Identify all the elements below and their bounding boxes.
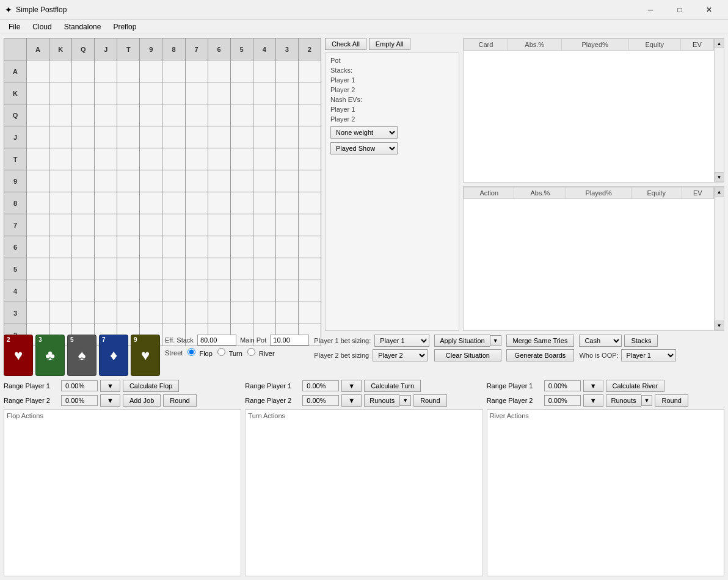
matrix-cell-J6[interactable] (208, 126, 230, 148)
matrix-cell-59[interactable] (140, 258, 162, 280)
matrix-cell-32[interactable] (298, 302, 321, 324)
matrix-cell-4J[interactable] (95, 280, 117, 302)
action-scrollbar-up-icon[interactable]: ▲ (715, 187, 724, 197)
flop-radio[interactable] (187, 348, 195, 356)
matrix-cell-4K[interactable] (49, 280, 72, 302)
scrollbar-up-icon[interactable]: ▲ (715, 38, 724, 48)
river-range-p2-input[interactable] (544, 395, 581, 406)
matrix-cell-5J[interactable] (95, 258, 117, 280)
matrix-cell-84[interactable] (253, 192, 275, 214)
matrix-cell-6K[interactable] (49, 236, 72, 258)
matrix-cell-67[interactable] (185, 236, 208, 258)
matrix-cell-92[interactable] (298, 170, 321, 192)
matrix-cell-6J[interactable] (95, 236, 117, 258)
maximize-button[interactable]: □ (666, 0, 694, 20)
cash-select[interactable]: Cash Tournament (579, 335, 622, 347)
matrix-cell-TQ[interactable] (72, 148, 95, 170)
matrix-cell-5T[interactable] (117, 258, 140, 280)
matrix-cell-Q6[interactable] (208, 104, 230, 126)
matrix-cell-J3[interactable] (275, 126, 298, 148)
matrix-cell-8J[interactable] (95, 192, 117, 214)
matrix-cell-7A[interactable] (27, 214, 49, 236)
river-radio[interactable] (247, 348, 255, 356)
matrix-cell-Q4[interactable] (253, 104, 275, 126)
matrix-cell-4T[interactable] (117, 280, 140, 302)
card-3c[interactable]: 3 ♣ (35, 335, 65, 376)
matrix-cell-74[interactable] (253, 214, 275, 236)
matrix-cell-JQ[interactable] (72, 126, 95, 148)
matrix-cell-55[interactable] (230, 258, 253, 280)
menu-standalone[interactable]: Standalone (58, 21, 107, 32)
flop-round-button[interactable]: Round (163, 394, 196, 407)
matrix-cell-T3[interactable] (275, 148, 298, 170)
matrix-cell-J5[interactable] (230, 126, 253, 148)
matrix-cell-QQ[interactable] (72, 104, 95, 126)
matrix-cell-T4[interactable] (253, 148, 275, 170)
card-7d[interactable]: 7 ♦ (99, 335, 128, 376)
matrix-cell-KK[interactable] (49, 82, 72, 104)
matrix-cell-3K[interactable] (49, 302, 72, 324)
matrix-cell-8K[interactable] (49, 192, 72, 214)
river-range-p1-input[interactable] (544, 380, 581, 391)
flop-range-p2-dropdown[interactable]: ▼ (100, 394, 120, 407)
river-runouts-button[interactable]: Runouts (606, 394, 641, 407)
matrix-cell-6A[interactable] (27, 236, 49, 258)
matrix-cell-42[interactable] (298, 280, 321, 302)
matrix-cell-9A[interactable] (27, 170, 49, 192)
matrix-cell-5Q[interactable] (72, 258, 95, 280)
matrix-cell-A5[interactable] (230, 60, 253, 82)
matrix-cell-38[interactable] (162, 302, 185, 324)
matrix-cell-KA[interactable] (27, 82, 49, 104)
matrix-cell-77[interactable] (185, 214, 208, 236)
calculate-flop-button[interactable]: Calculate Flop (123, 380, 179, 392)
p2-sizing-select[interactable]: Player 2 Player 1 (373, 349, 428, 361)
matrix-cell-4Q[interactable] (72, 280, 95, 302)
card-2h[interactable]: 2 ♥ (4, 335, 33, 376)
matrix-cell-Q7[interactable] (185, 104, 208, 126)
matrix-cell-3Q[interactable] (72, 302, 95, 324)
scrollbar-down-icon[interactable]: ▼ (715, 172, 724, 182)
matrix-cell-97[interactable] (185, 170, 208, 192)
matrix-cell-89[interactable] (140, 192, 162, 214)
matrix-cell-J8[interactable] (162, 126, 185, 148)
river-range-p1-dropdown[interactable]: ▼ (583, 380, 603, 392)
matrix-cell-A9[interactable] (140, 60, 162, 82)
matrix-cell-9J[interactable] (95, 170, 117, 192)
p1-sizing-select[interactable]: Player 1 Player 2 (374, 335, 429, 347)
matrix-cell-JA[interactable] (27, 126, 49, 148)
matrix-cell-JK[interactable] (49, 126, 72, 148)
matrix-cell-72[interactable] (298, 214, 321, 236)
matrix-cell-QJ[interactable] (95, 104, 117, 126)
add-job-button[interactable]: Add Job (123, 394, 161, 407)
matrix-cell-63[interactable] (275, 236, 298, 258)
matrix-cell-QA[interactable] (27, 104, 49, 126)
turn-radio[interactable] (217, 348, 225, 356)
matrix-cell-66[interactable] (208, 236, 230, 258)
matrix-cell-K2[interactable] (298, 82, 321, 104)
matrix-cell-8A[interactable] (27, 192, 49, 214)
matrix-cell-73[interactable] (275, 214, 298, 236)
matrix-cell-52[interactable] (298, 258, 321, 280)
matrix-cell-69[interactable] (140, 236, 162, 258)
weight-select[interactable]: None weight Weight by combos Weight by r… (330, 126, 398, 139)
matrix-cell-44[interactable] (253, 280, 275, 302)
check-all-button[interactable]: Check All (325, 38, 366, 50)
flop-range-p1-input[interactable] (61, 380, 98, 391)
matrix-cell-JT[interactable] (117, 126, 140, 148)
matrix-cell-K9[interactable] (140, 82, 162, 104)
matrix-cell-A4[interactable] (253, 60, 275, 82)
matrix-cell-8T[interactable] (117, 192, 140, 214)
matrix-cell-43[interactable] (275, 280, 298, 302)
matrix-cell-T8[interactable] (162, 148, 185, 170)
matrix-cell-39[interactable] (140, 302, 162, 324)
matrix-cell-J4[interactable] (253, 126, 275, 148)
merge-same-tries-button[interactable]: Merge Same Tries (506, 335, 575, 347)
matrix-cell-46[interactable] (208, 280, 230, 302)
matrix-cell-4A[interactable] (27, 280, 49, 302)
matrix-cell-K4[interactable] (253, 82, 275, 104)
matrix-cell-T5[interactable] (230, 148, 253, 170)
turn-round-button[interactable]: Round (413, 394, 446, 407)
matrix-cell-J9[interactable] (140, 126, 162, 148)
matrix-cell-85[interactable] (230, 192, 253, 214)
matrix-cell-9Q[interactable] (72, 170, 95, 192)
